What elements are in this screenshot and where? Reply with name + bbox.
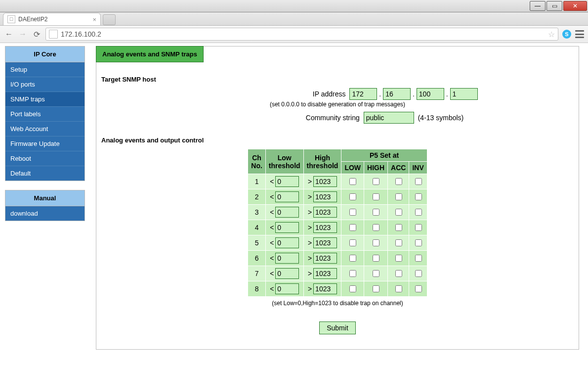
new-tab-button[interactable]	[103, 14, 116, 25]
high-threshold-input[interactable]	[313, 253, 337, 264]
high-threshold-input[interactable]	[313, 283, 337, 294]
p5-low-checkbox[interactable]	[349, 239, 356, 246]
low-threshold-input[interactable]	[275, 253, 299, 264]
p5-acc-checkbox[interactable]	[395, 178, 402, 185]
window-close-button[interactable]: ✕	[563, 1, 587, 11]
community-label: Community string	[211, 114, 360, 122]
low-threshold-input[interactable]	[275, 237, 299, 248]
p5-high-checkbox[interactable]	[373, 209, 379, 216]
p5-low-checkbox[interactable]	[349, 285, 356, 292]
nav-back-icon[interactable]: ←	[4, 29, 14, 39]
p5-inv-checkbox[interactable]	[415, 209, 422, 216]
p5-acc-checkbox[interactable]	[395, 239, 402, 246]
p5-acc-checkbox[interactable]	[395, 255, 402, 262]
high-threshold-input[interactable]	[313, 268, 337, 279]
sidebar-item-reboot[interactable]: Reboot	[5, 151, 84, 166]
high-threshold-input[interactable]	[313, 222, 337, 233]
sidebar-item-firmware-update[interactable]: Firmware Update	[5, 137, 84, 151]
p5-inv-checkbox[interactable]	[415, 193, 422, 200]
p5-high-checkbox[interactable]	[373, 285, 379, 292]
window-minimize-button[interactable]: —	[530, 1, 546, 11]
ip-octet-3[interactable]	[417, 88, 444, 100]
table-row: 4<>	[248, 220, 427, 235]
p5-inv-checkbox[interactable]	[415, 270, 422, 277]
low-threshold-input[interactable]	[275, 207, 299, 218]
hdr-p5-set-at: P5 Set at	[341, 149, 427, 162]
p5-acc-checkbox[interactable]	[395, 224, 402, 231]
p5-low-checkbox[interactable]	[349, 178, 356, 185]
sidebar-item-download[interactable]: download	[5, 206, 84, 221]
ip-octet-1[interactable]	[349, 88, 377, 100]
p5-acc-checkbox[interactable]	[395, 285, 402, 292]
low-threshold-input[interactable]	[275, 268, 299, 279]
browser-menu-icon[interactable]	[575, 30, 584, 38]
p5-low-checkbox[interactable]	[349, 209, 356, 216]
cell-ch-no: 3	[248, 205, 266, 220]
community-input[interactable]	[364, 112, 414, 124]
p5-high-checkbox[interactable]	[373, 224, 379, 231]
p5-high-checkbox[interactable]	[373, 239, 379, 246]
p5-high-checkbox[interactable]	[373, 178, 379, 185]
high-threshold-input[interactable]	[313, 176, 337, 187]
ip-hint: (set 0.0.0.0 to disable generation of tr…	[101, 101, 574, 108]
p5-inv-checkbox[interactable]	[415, 239, 422, 246]
cell-low: <	[265, 189, 303, 205]
nav-forward-icon[interactable]: →	[18, 29, 28, 39]
high-threshold-input[interactable]	[313, 237, 337, 248]
page-favicon-icon: ☐	[7, 15, 15, 23]
skype-extension-icon[interactable]: S	[562, 30, 571, 39]
table-row: 1<>	[248, 174, 427, 189]
p5-inv-checkbox[interactable]	[415, 224, 422, 231]
window-maximize-button[interactable]: ▭	[546, 1, 562, 11]
cell-high: >	[303, 174, 341, 189]
hdr-low-threshold: Low threshold	[265, 149, 303, 174]
hdr-ch-no: Ch No.	[248, 149, 266, 174]
cell-high: >	[303, 189, 341, 205]
ip-octet-2[interactable]	[383, 88, 411, 100]
sidebar-item-port-labels[interactable]: Port labels	[5, 107, 84, 122]
p5-acc-checkbox[interactable]	[395, 270, 402, 277]
url-bar[interactable]: 172.16.100.2 ☆	[45, 28, 558, 41]
sidebar-item-setup[interactable]: Setup	[5, 62, 84, 77]
cell-ch-no: 1	[248, 174, 266, 189]
sidebar-item-snmp-traps[interactable]: SNMP traps	[5, 92, 84, 107]
p5-high-checkbox[interactable]	[373, 255, 379, 262]
sidebar-group-header: IP Core	[5, 46, 84, 62]
p5-low-checkbox[interactable]	[349, 255, 356, 262]
cell-low: <	[265, 235, 303, 251]
p5-low-checkbox[interactable]	[349, 224, 356, 231]
bookmark-star-icon[interactable]: ☆	[548, 30, 555, 39]
low-threshold-input[interactable]	[275, 176, 299, 187]
low-threshold-input[interactable]	[275, 191, 299, 202]
p5-low-checkbox[interactable]	[349, 270, 356, 277]
p5-high-checkbox[interactable]	[373, 270, 379, 277]
table-row: 2<>	[248, 189, 427, 205]
ip-address-label: IP address	[197, 90, 345, 98]
sidebar-item-i-o-ports[interactable]: I/O ports	[5, 77, 84, 92]
browser-tab[interactable]: ☐ DAEnetIP2 ×	[3, 13, 101, 25]
high-threshold-input[interactable]	[313, 207, 337, 218]
cell-low: <	[265, 220, 303, 235]
p5-inv-checkbox[interactable]	[415, 285, 422, 292]
hdr-p5-low: LOW	[341, 162, 364, 174]
hdr-p5-high: HIGH	[364, 162, 388, 174]
tab-title: DAEnetIP2	[18, 16, 47, 23]
p5-acc-checkbox[interactable]	[395, 209, 402, 216]
nav-reload-icon[interactable]: ⟳	[32, 29, 42, 39]
cell-low: <	[265, 174, 303, 189]
submit-button[interactable]: Submit	[319, 321, 356, 334]
p5-inv-checkbox[interactable]	[415, 178, 422, 185]
p5-low-checkbox[interactable]	[349, 193, 356, 200]
hdr-p5-acc: ACC	[388, 162, 409, 174]
high-threshold-input[interactable]	[313, 191, 337, 202]
p5-inv-checkbox[interactable]	[415, 255, 422, 262]
ip-octet-4[interactable]	[450, 88, 478, 100]
p5-acc-checkbox[interactable]	[395, 193, 402, 200]
sidebar-item-web-account[interactable]: Web Account	[5, 122, 84, 137]
low-threshold-input[interactable]	[275, 283, 299, 294]
tab-close-icon[interactable]: ×	[92, 16, 96, 23]
low-threshold-input[interactable]	[275, 222, 299, 233]
cell-ch-no: 5	[248, 235, 266, 251]
p5-high-checkbox[interactable]	[373, 193, 379, 200]
sidebar-item-default[interactable]: Default	[5, 166, 84, 181]
